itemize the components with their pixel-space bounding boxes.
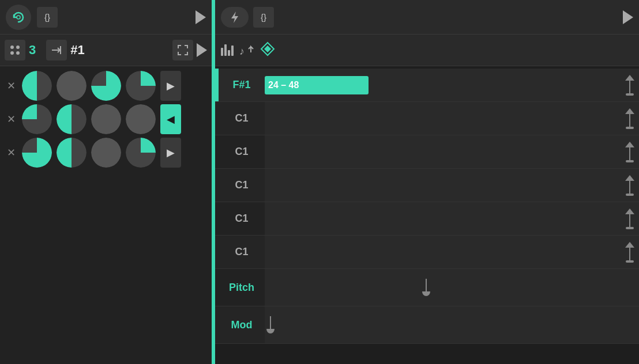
knob-triangle-1 xyxy=(625,75,634,81)
row-knob-6[interactable] xyxy=(625,242,634,263)
grid-row-2: ✕ ◀ xyxy=(5,104,207,134)
rows-container: F#1 24 – 48 C1 xyxy=(215,66,639,364)
pitch-knob-base xyxy=(422,291,430,296)
knob-stem-2 xyxy=(629,114,630,127)
expand-btn[interactable] xyxy=(172,40,193,60)
row2-circle1[interactable] xyxy=(22,104,52,134)
svg-marker-19 xyxy=(231,12,238,23)
grid-row-1: ✕ ▶ xyxy=(5,71,207,101)
row-label-1[interactable]: F#1 xyxy=(219,79,265,91)
row3-circle1[interactable] xyxy=(22,138,52,168)
right-toolbar: ♪ xyxy=(215,35,639,66)
loop-icon[interactable] xyxy=(6,5,31,30)
row2-remove-btn[interactable]: ✕ xyxy=(5,113,17,126)
diamond-icon-btn[interactable] xyxy=(259,40,276,60)
dots-icon-btn[interactable] xyxy=(5,40,25,60)
svg-point-14 xyxy=(126,104,156,134)
row-label-2[interactable]: C1 xyxy=(219,112,265,124)
row-content-6[interactable] xyxy=(265,236,639,268)
row-knob-5[interactable] xyxy=(625,208,634,229)
note-row-c1-3: C1 xyxy=(215,135,639,169)
note-row-mod: Mod xyxy=(215,306,639,344)
knob-base-1 xyxy=(626,93,634,96)
svg-marker-23 xyxy=(264,46,271,52)
bars-icon-btn[interactable] xyxy=(221,44,234,56)
row-knob-1[interactable] xyxy=(625,75,634,96)
knob-triangle-5 xyxy=(625,208,634,214)
row2-arrow-btn[interactable]: ◀ xyxy=(160,104,181,134)
lightning-btn[interactable] xyxy=(221,7,249,28)
arrow-in-btn[interactable] xyxy=(46,40,67,60)
pitch-knob[interactable] xyxy=(422,279,430,296)
row-content-3[interactable] xyxy=(265,135,639,168)
pitch-knob-stem xyxy=(426,279,427,291)
knob-stem-5 xyxy=(629,214,630,227)
row1-circle1[interactable] xyxy=(22,71,52,101)
row1-circle4[interactable] xyxy=(126,71,156,101)
note-block-1[interactable]: 24 – 48 xyxy=(265,76,369,94)
row2-circle2[interactable] xyxy=(57,104,87,134)
row-knob-2[interactable] xyxy=(625,108,634,129)
row1-remove-btn[interactable]: ✕ xyxy=(5,79,17,92)
left-toolbar: 3 #1 xyxy=(0,35,212,66)
svg-point-2 xyxy=(16,46,20,49)
row1-circle3[interactable] xyxy=(91,71,121,101)
knob-base-2 xyxy=(626,127,634,129)
svg-text:♪: ♪ xyxy=(239,46,245,57)
left-play-btn[interactable] xyxy=(196,10,206,24)
row-knob-4[interactable] xyxy=(625,175,634,196)
note-row-c1-6: C1 xyxy=(215,236,639,269)
svg-point-17 xyxy=(91,138,121,168)
left-top-bar: {} xyxy=(0,0,212,35)
row-label-3[interactable]: C1 xyxy=(219,146,265,158)
note-text-1: 24 – 48 xyxy=(268,80,299,90)
row-content-pitch[interactable] xyxy=(265,269,639,306)
row-content-5[interactable] xyxy=(265,202,639,235)
note-row-c1-5: C1 xyxy=(215,202,639,236)
row-content-1[interactable]: 24 – 48 xyxy=(265,69,639,101)
row2-circle3[interactable] xyxy=(91,104,121,134)
knob-triangle-4 xyxy=(625,175,634,181)
svg-point-1 xyxy=(10,46,14,49)
note-row-pitch: Pitch xyxy=(215,269,639,306)
row3-circle4[interactable] xyxy=(126,138,156,168)
track-hash-label: #1 xyxy=(70,43,84,58)
left-panel: {} 3 #1 xyxy=(0,0,213,364)
svg-point-0 xyxy=(17,16,20,19)
row3-circle2[interactable] xyxy=(57,138,87,168)
svg-point-13 xyxy=(91,104,121,134)
note-row-fsharp1: F#1 24 – 48 xyxy=(215,69,639,102)
svg-point-8 xyxy=(57,71,87,101)
row-label-6[interactable]: C1 xyxy=(219,246,265,258)
row-label-5[interactable]: C1 xyxy=(219,213,265,225)
left-toolbar-play-btn[interactable] xyxy=(197,43,207,57)
knob-triangle-3 xyxy=(625,142,634,147)
knob-triangle-6 xyxy=(625,242,634,248)
grid-area: ✕ ▶ ✕ xyxy=(0,66,212,364)
row1-arrow-btn[interactable]: ▶ xyxy=(160,71,181,101)
row2-circle4[interactable] xyxy=(126,104,156,134)
row3-circle3[interactable] xyxy=(91,138,121,168)
note-up-icon-btn[interactable]: ♪ xyxy=(238,42,254,58)
row-knob-3[interactable] xyxy=(625,142,634,162)
svg-point-4 xyxy=(16,51,20,55)
row-label-mod[interactable]: Mod xyxy=(219,319,265,331)
right-panel: {} ♪ xyxy=(213,0,639,364)
row-content-4[interactable] xyxy=(265,169,639,202)
knob-stem-6 xyxy=(629,248,630,260)
grid-row-3: ✕ ▶ xyxy=(5,138,207,168)
left-braces-btn[interactable]: {} xyxy=(37,7,58,28)
row-content-2[interactable] xyxy=(265,102,639,135)
row3-arrow-btn[interactable]: ▶ xyxy=(160,138,181,168)
row1-circle2[interactable] xyxy=(57,71,87,101)
mod-knob-base xyxy=(266,329,275,333)
mod-knob[interactable] xyxy=(266,316,275,333)
svg-point-3 xyxy=(10,51,14,55)
right-play-btn[interactable] xyxy=(623,10,633,24)
row-label-4[interactable]: C1 xyxy=(219,179,265,191)
row3-remove-btn[interactable]: ✕ xyxy=(5,146,17,159)
right-braces-btn[interactable]: {} xyxy=(253,7,274,28)
row-label-pitch[interactable]: Pitch xyxy=(219,282,265,294)
track-number: 3 xyxy=(29,43,36,58)
row-content-mod[interactable] xyxy=(265,306,639,343)
